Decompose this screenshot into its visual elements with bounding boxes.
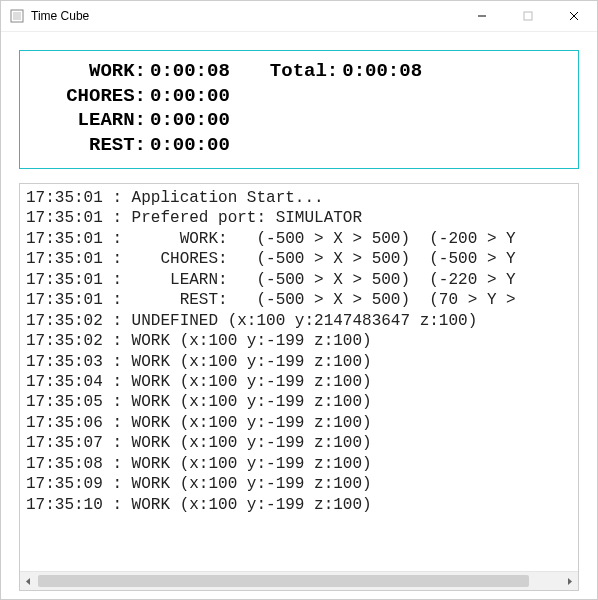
horizontal-scrollbar[interactable]	[20, 571, 578, 590]
scroll-track[interactable]	[38, 574, 560, 588]
summary-value: 0:00:00	[146, 108, 230, 133]
minimize-button[interactable]	[459, 1, 505, 31]
log-text[interactable]: 17:35:01 : Application Start...17:35:01 …	[20, 184, 578, 571]
window-title: Time Cube	[31, 9, 89, 23]
svg-marker-6	[26, 578, 30, 585]
summary-row-learn: LEARN: 0:00:00	[34, 108, 564, 133]
summary-label: LEARN:	[34, 108, 146, 133]
summary-label: WORK:	[34, 59, 146, 84]
log-line: 17:35:10 : WORK (x:100 y:-199 z:100)	[26, 495, 572, 515]
log-line: 17:35:03 : WORK (x:100 y:-199 z:100)	[26, 352, 572, 372]
summary-row-rest: REST: 0:00:00	[34, 133, 564, 158]
log-line: 17:35:08 : WORK (x:100 y:-199 z:100)	[26, 454, 572, 474]
log-line: 17:35:07 : WORK (x:100 y:-199 z:100)	[26, 433, 572, 453]
svg-rect-1	[13, 12, 21, 20]
log-line: 17:35:09 : WORK (x:100 y:-199 z:100)	[26, 474, 572, 494]
log-line: 17:35:02 : WORK (x:100 y:-199 z:100)	[26, 331, 572, 351]
log-line: 17:35:06 : WORK (x:100 y:-199 z:100)	[26, 413, 572, 433]
close-button[interactable]	[551, 1, 597, 31]
app-window: Time Cube WORK: 0:00:08 Total: 0:00:08 C…	[0, 0, 598, 600]
titlebar: Time Cube	[1, 1, 597, 32]
summary-label: REST:	[34, 133, 146, 158]
summary-row-chores: CHORES: 0:00:00	[34, 84, 564, 109]
log-line: 17:35:01 : CHORES: (-500 > X > 500) (-50…	[26, 249, 572, 269]
log-line: 17:35:05 : WORK (x:100 y:-199 z:100)	[26, 392, 572, 412]
summary-value: 0:00:00	[146, 84, 230, 109]
svg-rect-3	[524, 12, 532, 20]
scroll-left-button[interactable]	[20, 573, 37, 590]
svg-marker-7	[568, 578, 572, 585]
scroll-right-button[interactable]	[561, 573, 578, 590]
summary-value: 0:00:08	[146, 59, 230, 84]
summary-value: 0:00:00	[146, 133, 230, 158]
log-line: 17:35:01 : Application Start...	[26, 188, 572, 208]
summary-label: CHORES:	[34, 84, 146, 109]
log-line: 17:35:01 : REST: (-500 > X > 500) (70 > …	[26, 290, 572, 310]
log-line: 17:35:01 : LEARN: (-500 > X > 500) (-220…	[26, 270, 572, 290]
summary-row-work: WORK: 0:00:08 Total: 0:00:08	[34, 59, 564, 84]
log-line: 17:35:01 : WORK: (-500 > X > 500) (-200 …	[26, 229, 572, 249]
summary-total-label: Total:	[230, 59, 338, 84]
log-line: 17:35:01 : Prefered port: SIMULATOR	[26, 208, 572, 228]
log-line: 17:35:02 : UNDEFINED (x:100 y:2147483647…	[26, 311, 572, 331]
log-panel: 17:35:01 : Application Start...17:35:01 …	[19, 183, 579, 591]
content-area: WORK: 0:00:08 Total: 0:00:08 CHORES: 0:0…	[1, 32, 597, 599]
scroll-thumb[interactable]	[38, 575, 529, 587]
summary-total-value: 0:00:08	[338, 59, 422, 84]
log-line: 17:35:04 : WORK (x:100 y:-199 z:100)	[26, 372, 572, 392]
maximize-button[interactable]	[505, 1, 551, 31]
summary-panel: WORK: 0:00:08 Total: 0:00:08 CHORES: 0:0…	[19, 50, 579, 169]
app-icon	[9, 8, 25, 24]
